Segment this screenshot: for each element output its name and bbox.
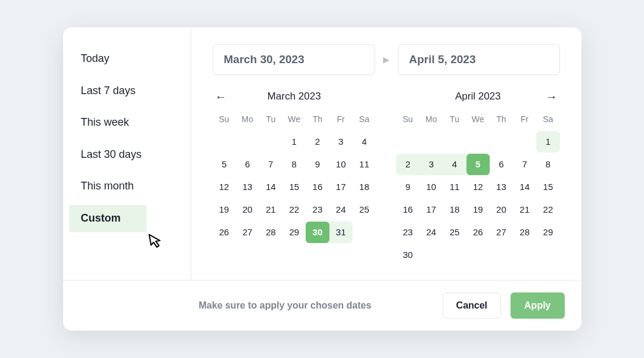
calendar-day[interactable]: 4	[443, 154, 466, 175]
calendar-day[interactable]: 31	[329, 222, 353, 243]
calendar-day[interactable]: 21	[259, 199, 282, 220]
apply-button[interactable]: Apply	[511, 292, 564, 319]
calendar-day[interactable]: 23	[396, 222, 419, 243]
weekday-label: Su	[396, 111, 419, 130]
calendar-day[interactable]: 17	[329, 176, 353, 198]
calendar-day[interactable]: 13	[236, 176, 259, 198]
calendar-day[interactable]: 4	[353, 131, 376, 152]
apply-hint: Make sure to apply your chosen dates	[199, 300, 372, 311]
calendar-day[interactable]: 10	[329, 154, 353, 175]
cancel-button[interactable]: Cancel	[443, 292, 501, 319]
calendar-day[interactable]: 8	[536, 154, 559, 175]
calendar-day[interactable]: 14	[513, 176, 536, 198]
calendar-day[interactable]: 16	[396, 199, 419, 220]
calendar-day[interactable]: 20	[490, 199, 513, 220]
preset-sidebar: TodayLast 7 daysThis weekLast 30 daysThi…	[63, 27, 191, 280]
calendar-day[interactable]: 21	[513, 199, 536, 220]
next-month-icon[interactable]: →	[546, 91, 558, 102]
weekday-label: Th	[306, 111, 329, 130]
calendar-day[interactable]: 18	[353, 176, 376, 198]
calendar-day[interactable]: 15	[536, 176, 559, 198]
calendar-day[interactable]: 29	[282, 222, 306, 243]
preset-custom[interactable]: Custom	[69, 205, 147, 232]
calendar-day[interactable]: 14	[259, 176, 282, 198]
calendar-day[interactable]: 10	[419, 176, 443, 198]
calendar-day[interactable]: 2	[306, 131, 329, 152]
calendar-day[interactable]: 9	[396, 176, 419, 198]
calendar-title: March 2023←	[213, 91, 377, 102]
calendar-day[interactable]: 26	[466, 222, 490, 243]
weekday-label: Tu	[443, 111, 466, 130]
calendar-day[interactable]: 11	[353, 154, 376, 175]
weekday-label: Fr	[513, 111, 536, 130]
weekday-label: Tu	[259, 111, 282, 130]
arrow-right-icon: ▶	[383, 55, 390, 64]
preset-last-30-days[interactable]: Last 30 days	[63, 141, 179, 169]
weekday-label: Mo	[236, 111, 259, 130]
calendar-month: April 2023→SuMoTuWeThFrSa123456789101112…	[396, 91, 560, 266]
preset-this-week[interactable]: This week	[63, 109, 179, 136]
calendar-day[interactable]: 7	[259, 154, 282, 175]
calendar-day[interactable]: 12	[466, 176, 490, 198]
weekday-label: We	[466, 111, 490, 130]
calendar-day[interactable]: 3	[419, 154, 443, 175]
weekday-label: Mo	[419, 111, 443, 130]
calendar-day[interactable]: 19	[466, 199, 490, 220]
calendar-day[interactable]: 24	[329, 199, 353, 220]
calendar-day[interactable]: 5	[213, 154, 236, 175]
weekday-label: We	[282, 111, 306, 130]
calendar-day[interactable]: 19	[213, 199, 236, 220]
calendar-day[interactable]: 8	[282, 154, 306, 175]
end-date-input[interactable]: April 5, 2023	[398, 44, 560, 75]
calendar-day[interactable]: 16	[306, 176, 329, 198]
calendar-day[interactable]: 7	[513, 154, 536, 175]
calendar-day[interactable]: 2	[396, 154, 419, 175]
calendar-title: April 2023→	[396, 91, 560, 102]
preset-this-month[interactable]: This month	[63, 173, 179, 200]
calendar-day[interactable]: 28	[513, 222, 536, 243]
calendar-day[interactable]: 6	[236, 154, 259, 175]
calendar-day[interactable]: 1	[282, 131, 306, 152]
calendar-day[interactable]: 18	[443, 199, 466, 220]
preset-today[interactable]: Today	[63, 45, 179, 73]
calendar-day[interactable]: 20	[236, 199, 259, 220]
calendar-month: March 2023←SuMoTuWeThFrSa123456789101112…	[213, 91, 377, 266]
calendar-day[interactable]: 5	[466, 154, 490, 175]
prev-month-icon[interactable]: ←	[215, 91, 227, 102]
calendar-day[interactable]: 3	[329, 131, 353, 152]
calendar-day[interactable]: 25	[443, 222, 466, 243]
weekday-label: Fr	[329, 111, 353, 130]
calendar-day[interactable]: 9	[306, 154, 329, 175]
calendar-day[interactable]: 15	[282, 176, 306, 198]
calendar-day[interactable]: 22	[282, 199, 306, 220]
calendar-day[interactable]: 22	[536, 199, 559, 220]
start-date-input[interactable]: March 30, 2023	[213, 44, 375, 75]
calendar-day[interactable]: 23	[306, 199, 329, 220]
weekday-label: Su	[213, 111, 236, 130]
calendar-day[interactable]: 27	[236, 222, 259, 243]
preset-last-7-days[interactable]: Last 7 days	[63, 77, 179, 105]
calendar-day[interactable]: 30	[306, 222, 329, 243]
calendar-day[interactable]: 25	[353, 199, 376, 220]
calendar-day[interactable]: 11	[443, 176, 466, 198]
calendar-day[interactable]: 29	[536, 222, 559, 243]
weekday-label: Sa	[536, 111, 559, 130]
date-range-picker: TodayLast 7 daysThis weekLast 30 daysThi…	[63, 27, 581, 331]
calendar-day[interactable]: 30	[396, 244, 419, 266]
calendar-day[interactable]: 17	[419, 199, 443, 220]
calendar-day[interactable]: 28	[259, 222, 282, 243]
calendar-day[interactable]: 24	[419, 222, 443, 243]
calendar-day[interactable]: 12	[213, 176, 236, 198]
calendar-day[interactable]: 1	[536, 131, 559, 152]
calendar-day[interactable]: 13	[490, 176, 513, 198]
weekday-label: Sa	[353, 111, 376, 130]
calendar-day[interactable]: 27	[490, 222, 513, 243]
weekday-label: Th	[490, 111, 513, 130]
calendar-day[interactable]: 6	[490, 154, 513, 175]
calendar-day[interactable]: 26	[213, 222, 236, 243]
